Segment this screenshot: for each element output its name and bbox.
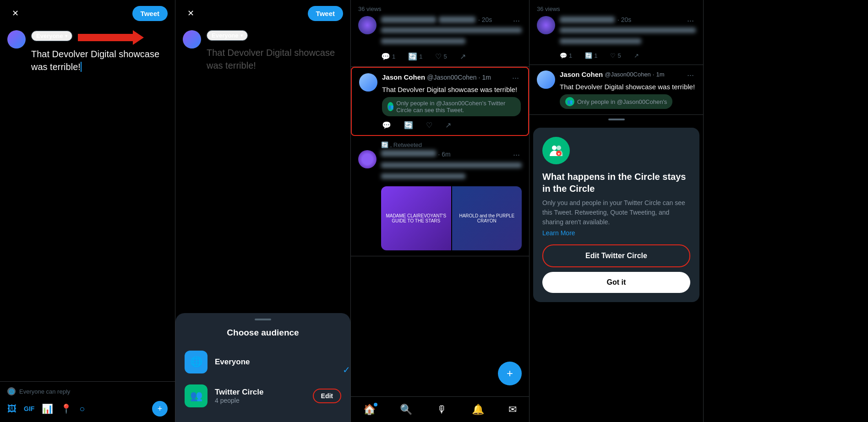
add-button[interactable]: +	[152, 401, 168, 417]
like-action-2[interactable]: ♡	[426, 121, 432, 130]
avatar	[7, 30, 26, 49]
retweet-count: 1	[419, 53, 422, 60]
panel4-jason-tweet: Jason Cohen @Jason00Cohen · 1m ··· That …	[530, 65, 703, 115]
notifications-icon[interactable]: 🔔	[472, 404, 484, 416]
blurred-retweet-name	[381, 150, 436, 157]
got-it-button[interactable]: Got it	[542, 272, 690, 293]
panel4-handle: @Jason00Cohen	[605, 71, 651, 78]
panel4-tweet-row: · 20s ··· 💬 1 🔄 1 ♡ 5 ↗	[537, 16, 696, 59]
like-action[interactable]: ♡ 5	[435, 52, 447, 61]
reply-count: 1	[392, 53, 395, 60]
compose-fab[interactable]: +	[498, 362, 522, 385]
retweet-content: · 6m ··· MADAME CLAIREVOYANT'S GUIDE TO …	[381, 150, 522, 250]
circle-large-icon: ♥	[542, 137, 570, 164]
twitter-feed-panel: 36 views · 20s ··· 💬 1	[351, 0, 530, 422]
tweet-text-2[interactable]: That Devolver Digital showcase was terri…	[207, 46, 343, 72]
reply-text: Everyone can reply	[19, 388, 70, 395]
drag-handle	[608, 119, 625, 120]
retweet-section: 🔄 , Retweeted · 6m ··· MADAME CLAIREVOYA…	[351, 136, 529, 256]
share-icon: ↗	[460, 52, 466, 61]
retweet-action[interactable]: 🔄 1	[408, 52, 422, 61]
panel4-jason-row: Jason Cohen @Jason00Cohen · 1m ··· That …	[537, 70, 696, 109]
audience-label-2: Everyone	[212, 32, 239, 39]
circle-info-panel: 36 views · 20s ··· 💬 1 🔄 1	[530, 0, 704, 422]
retweet-time: · 6m	[438, 151, 450, 158]
home-icon[interactable]: 🏠	[363, 404, 376, 416]
red-arrow-indicator	[78, 30, 144, 45]
share-action-2[interactable]: ↗	[445, 121, 451, 130]
image-icon[interactable]: 🖼	[7, 404, 16, 414]
share-action[interactable]: ↗	[460, 52, 466, 61]
close-button[interactable]: ✕	[7, 5, 23, 21]
highlighted-tweet: Jason Cohen @Jason00Cohen · 1m ··· That …	[351, 67, 529, 136]
choose-audience-sheet: Choose audience 🌐 Everyone ✓ 👥 Twitter C…	[175, 313, 350, 422]
close-button-2[interactable]: ✕	[183, 5, 198, 21]
more-options-icon-2[interactable]: ···	[510, 73, 521, 83]
panel4-reply[interactable]: 💬 1	[560, 52, 572, 59]
audience-button[interactable]: Everyone ▾	[31, 31, 72, 41]
tweet-text-input[interactable]: That Devolver Digital showcase was terri…	[31, 48, 168, 73]
messages-icon[interactable]: ✉	[508, 404, 517, 416]
book-covers: MADAME CLAIREVOYANT'S GUIDE TO THE STARS…	[381, 186, 522, 250]
avatar-image-2	[183, 30, 201, 49]
gif-icon[interactable]: GIF	[24, 405, 34, 412]
panel4-dot: ·	[653, 71, 655, 78]
text-cursor	[81, 62, 82, 72]
circle-badge-text: Only people in @Jason00Cohen's Twitter C…	[396, 100, 515, 114]
composer-footer: 🌐 Everyone can reply 🖼 GIF 📊 📍 ○ +	[0, 381, 175, 422]
poll-icon[interactable]: 📊	[42, 403, 53, 414]
panel4-tweet-meta: · 20s ···	[560, 16, 696, 26]
panel4-more-icon-2[interactable]: ···	[685, 70, 696, 80]
panel4-like[interactable]: ♡ 5	[610, 52, 621, 59]
audience-option-circle[interactable]: 👥 Twitter Circle 4 people Edit	[175, 379, 350, 413]
audience-button-2[interactable]: Everyone ▾	[207, 30, 248, 41]
avatar-blurred	[358, 16, 377, 34]
composer-body: Everyone ▾ That Devolver Digital showcas…	[0, 27, 175, 381]
reply-icon-action: 💬	[381, 52, 390, 61]
edit-circle-button[interactable]: Edit	[313, 389, 341, 403]
panel4-share[interactable]: ↗	[634, 52, 639, 59]
panel4-tweet-actions: 💬 1 🔄 1 ♡ 5 ↗	[560, 52, 696, 59]
panel4-tweet-text: That Devolver Digital showcase was terri…	[560, 82, 696, 92]
learn-more-link[interactable]: Learn More	[542, 229, 575, 237]
emoji-icon[interactable]: ○	[79, 404, 85, 414]
panel4-time: 1m	[656, 71, 664, 78]
more-options-icon[interactable]: ···	[511, 16, 522, 26]
reply-action-2[interactable]: 💬	[382, 121, 391, 130]
tweet-time-val: 1m	[482, 74, 491, 81]
panel4-more-icon[interactable]: ···	[685, 16, 696, 26]
tweet-row: · 20s ··· 💬 1 🔄 1 ♡	[358, 16, 522, 61]
panel4-tweet-time: · 20s	[617, 16, 631, 23]
bottom-navigation: 🏠 🔍 🎙 🔔 ✉	[351, 396, 529, 422]
retweet-icon-small: 🔄	[381, 141, 388, 148]
avatar-2	[183, 30, 201, 49]
circle-icon-box: 👥	[185, 384, 207, 407]
audience-option-everyone[interactable]: 🌐 Everyone ✓	[175, 345, 350, 379]
panel4-jason-avatar	[537, 70, 555, 89]
search-icon[interactable]: 🔍	[400, 404, 412, 416]
edit-twitter-circle-button[interactable]: Edit Twitter Circle	[542, 244, 690, 267]
book-cover-2: HAROLD and the PURPLE CRAYON	[452, 186, 522, 250]
tweet-actions: 💬 1 🔄 1 ♡ 5 ↗	[381, 52, 522, 61]
sheet-title: Choose audience	[175, 324, 350, 345]
tweet-row-highlighted: Jason Cohen @Jason00Cohen · 1m ··· That …	[359, 73, 521, 130]
tweet-button-2[interactable]: Tweet	[308, 6, 343, 21]
blurred-content-line1	[381, 27, 522, 33]
sheet-handle	[255, 319, 271, 320]
reply-action[interactable]: 💬 1	[381, 52, 395, 61]
circle-people-icon: 👥	[190, 390, 202, 402]
audience-label: Everyone	[36, 32, 63, 39]
spaces-icon[interactable]: 🎙	[437, 404, 447, 416]
jason-avatar	[359, 73, 377, 92]
retweet-action-2[interactable]: 🔄	[404, 121, 413, 130]
location-icon[interactable]: 📍	[60, 403, 72, 414]
more-options-icon-3[interactable]: ···	[511, 150, 522, 160]
blurred-retweet-line2	[381, 173, 465, 179]
panel4-feed: 36 views · 20s ··· 💬 1 🔄 1	[530, 0, 703, 302]
tweet-time-highlighted: ·	[479, 74, 480, 81]
drag-indicator	[530, 115, 703, 124]
blurred-content-line2	[381, 38, 465, 44]
heart-icon: ♡	[435, 52, 442, 61]
tweet-button[interactable]: Tweet	[132, 6, 168, 21]
panel4-retweet[interactable]: 🔄 1	[585, 52, 597, 59]
